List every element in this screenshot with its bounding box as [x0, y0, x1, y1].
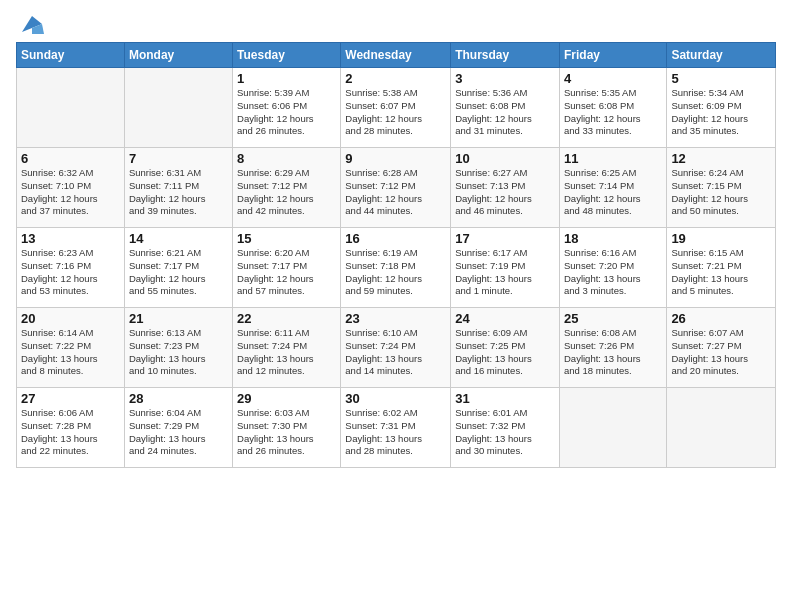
calendar-cell: 21Sunrise: 6:13 AM Sunset: 7:23 PM Dayli…: [124, 308, 232, 388]
day-info: Sunrise: 6:27 AM Sunset: 7:13 PM Dayligh…: [455, 167, 555, 218]
calendar-cell: 19Sunrise: 6:15 AM Sunset: 7:21 PM Dayli…: [667, 228, 776, 308]
calendar-cell: [559, 388, 666, 468]
calendar-cell: 29Sunrise: 6:03 AM Sunset: 7:30 PM Dayli…: [233, 388, 341, 468]
day-info: Sunrise: 6:32 AM Sunset: 7:10 PM Dayligh…: [21, 167, 120, 218]
logo: [16, 16, 46, 36]
day-number: 4: [564, 71, 662, 86]
calendar-header-tuesday: Tuesday: [233, 43, 341, 68]
day-number: 17: [455, 231, 555, 246]
calendar-cell: 24Sunrise: 6:09 AM Sunset: 7:25 PM Dayli…: [451, 308, 560, 388]
day-number: 8: [237, 151, 336, 166]
calendar-header-wednesday: Wednesday: [341, 43, 451, 68]
day-number: 28: [129, 391, 228, 406]
day-info: Sunrise: 6:09 AM Sunset: 7:25 PM Dayligh…: [455, 327, 555, 378]
calendar-cell: 27Sunrise: 6:06 AM Sunset: 7:28 PM Dayli…: [17, 388, 125, 468]
calendar-cell: 23Sunrise: 6:10 AM Sunset: 7:24 PM Dayli…: [341, 308, 451, 388]
day-number: 24: [455, 311, 555, 326]
day-info: Sunrise: 6:29 AM Sunset: 7:12 PM Dayligh…: [237, 167, 336, 218]
day-number: 16: [345, 231, 446, 246]
day-info: Sunrise: 5:34 AM Sunset: 6:09 PM Dayligh…: [671, 87, 771, 138]
day-info: Sunrise: 6:16 AM Sunset: 7:20 PM Dayligh…: [564, 247, 662, 298]
day-info: Sunrise: 6:21 AM Sunset: 7:17 PM Dayligh…: [129, 247, 228, 298]
calendar-cell: [667, 388, 776, 468]
day-number: 31: [455, 391, 555, 406]
day-info: Sunrise: 6:10 AM Sunset: 7:24 PM Dayligh…: [345, 327, 446, 378]
day-number: 25: [564, 311, 662, 326]
day-number: 14: [129, 231, 228, 246]
calendar-week-row: 20Sunrise: 6:14 AM Sunset: 7:22 PM Dayli…: [17, 308, 776, 388]
day-info: Sunrise: 5:36 AM Sunset: 6:08 PM Dayligh…: [455, 87, 555, 138]
logo-icon: [18, 14, 46, 36]
day-info: Sunrise: 6:19 AM Sunset: 7:18 PM Dayligh…: [345, 247, 446, 298]
calendar-cell: 8Sunrise: 6:29 AM Sunset: 7:12 PM Daylig…: [233, 148, 341, 228]
calendar-cell: 11Sunrise: 6:25 AM Sunset: 7:14 PM Dayli…: [559, 148, 666, 228]
calendar-cell: 20Sunrise: 6:14 AM Sunset: 7:22 PM Dayli…: [17, 308, 125, 388]
day-number: 1: [237, 71, 336, 86]
calendar-cell: 18Sunrise: 6:16 AM Sunset: 7:20 PM Dayli…: [559, 228, 666, 308]
calendar-cell: 14Sunrise: 6:21 AM Sunset: 7:17 PM Dayli…: [124, 228, 232, 308]
day-info: Sunrise: 6:25 AM Sunset: 7:14 PM Dayligh…: [564, 167, 662, 218]
day-info: Sunrise: 6:15 AM Sunset: 7:21 PM Dayligh…: [671, 247, 771, 298]
calendar-header-monday: Monday: [124, 43, 232, 68]
day-info: Sunrise: 6:03 AM Sunset: 7:30 PM Dayligh…: [237, 407, 336, 458]
calendar-cell: 26Sunrise: 6:07 AM Sunset: 7:27 PM Dayli…: [667, 308, 776, 388]
day-info: Sunrise: 6:13 AM Sunset: 7:23 PM Dayligh…: [129, 327, 228, 378]
calendar-week-row: 27Sunrise: 6:06 AM Sunset: 7:28 PM Dayli…: [17, 388, 776, 468]
calendar-header-row: SundayMondayTuesdayWednesdayThursdayFrid…: [17, 43, 776, 68]
day-number: 2: [345, 71, 446, 86]
day-info: Sunrise: 6:08 AM Sunset: 7:26 PM Dayligh…: [564, 327, 662, 378]
day-number: 23: [345, 311, 446, 326]
day-number: 3: [455, 71, 555, 86]
day-info: Sunrise: 6:02 AM Sunset: 7:31 PM Dayligh…: [345, 407, 446, 458]
calendar-cell: 12Sunrise: 6:24 AM Sunset: 7:15 PM Dayli…: [667, 148, 776, 228]
day-number: 29: [237, 391, 336, 406]
day-info: Sunrise: 5:35 AM Sunset: 6:08 PM Dayligh…: [564, 87, 662, 138]
calendar-cell: 6Sunrise: 6:32 AM Sunset: 7:10 PM Daylig…: [17, 148, 125, 228]
calendar-cell: 15Sunrise: 6:20 AM Sunset: 7:17 PM Dayli…: [233, 228, 341, 308]
day-number: 11: [564, 151, 662, 166]
day-number: 15: [237, 231, 336, 246]
calendar-cell: 16Sunrise: 6:19 AM Sunset: 7:18 PM Dayli…: [341, 228, 451, 308]
day-info: Sunrise: 6:11 AM Sunset: 7:24 PM Dayligh…: [237, 327, 336, 378]
calendar: SundayMondayTuesdayWednesdayThursdayFrid…: [16, 42, 776, 468]
calendar-cell: 4Sunrise: 5:35 AM Sunset: 6:08 PM Daylig…: [559, 68, 666, 148]
calendar-cell: 5Sunrise: 5:34 AM Sunset: 6:09 PM Daylig…: [667, 68, 776, 148]
calendar-cell: 9Sunrise: 6:28 AM Sunset: 7:12 PM Daylig…: [341, 148, 451, 228]
calendar-cell: 30Sunrise: 6:02 AM Sunset: 7:31 PM Dayli…: [341, 388, 451, 468]
calendar-cell: 13Sunrise: 6:23 AM Sunset: 7:16 PM Dayli…: [17, 228, 125, 308]
day-info: Sunrise: 5:39 AM Sunset: 6:06 PM Dayligh…: [237, 87, 336, 138]
calendar-header-friday: Friday: [559, 43, 666, 68]
calendar-cell: 10Sunrise: 6:27 AM Sunset: 7:13 PM Dayli…: [451, 148, 560, 228]
calendar-cell: 2Sunrise: 5:38 AM Sunset: 6:07 PM Daylig…: [341, 68, 451, 148]
calendar-week-row: 13Sunrise: 6:23 AM Sunset: 7:16 PM Dayli…: [17, 228, 776, 308]
day-number: 27: [21, 391, 120, 406]
calendar-cell: 22Sunrise: 6:11 AM Sunset: 7:24 PM Dayli…: [233, 308, 341, 388]
day-info: Sunrise: 5:38 AM Sunset: 6:07 PM Dayligh…: [345, 87, 446, 138]
day-number: 13: [21, 231, 120, 246]
day-number: 19: [671, 231, 771, 246]
day-info: Sunrise: 6:14 AM Sunset: 7:22 PM Dayligh…: [21, 327, 120, 378]
calendar-cell: 1Sunrise: 5:39 AM Sunset: 6:06 PM Daylig…: [233, 68, 341, 148]
day-number: 6: [21, 151, 120, 166]
day-info: Sunrise: 6:28 AM Sunset: 7:12 PM Dayligh…: [345, 167, 446, 218]
day-number: 30: [345, 391, 446, 406]
calendar-cell: 3Sunrise: 5:36 AM Sunset: 6:08 PM Daylig…: [451, 68, 560, 148]
calendar-cell: [17, 68, 125, 148]
day-number: 9: [345, 151, 446, 166]
calendar-cell: 7Sunrise: 6:31 AM Sunset: 7:11 PM Daylig…: [124, 148, 232, 228]
day-info: Sunrise: 6:04 AM Sunset: 7:29 PM Dayligh…: [129, 407, 228, 458]
header: [16, 12, 776, 36]
calendar-cell: 28Sunrise: 6:04 AM Sunset: 7:29 PM Dayli…: [124, 388, 232, 468]
calendar-cell: [124, 68, 232, 148]
day-number: 22: [237, 311, 336, 326]
day-number: 18: [564, 231, 662, 246]
calendar-header-thursday: Thursday: [451, 43, 560, 68]
day-number: 5: [671, 71, 771, 86]
day-info: Sunrise: 6:17 AM Sunset: 7:19 PM Dayligh…: [455, 247, 555, 298]
day-info: Sunrise: 6:06 AM Sunset: 7:28 PM Dayligh…: [21, 407, 120, 458]
day-number: 7: [129, 151, 228, 166]
day-number: 12: [671, 151, 771, 166]
day-info: Sunrise: 6:24 AM Sunset: 7:15 PM Dayligh…: [671, 167, 771, 218]
day-info: Sunrise: 6:23 AM Sunset: 7:16 PM Dayligh…: [21, 247, 120, 298]
calendar-header-saturday: Saturday: [667, 43, 776, 68]
